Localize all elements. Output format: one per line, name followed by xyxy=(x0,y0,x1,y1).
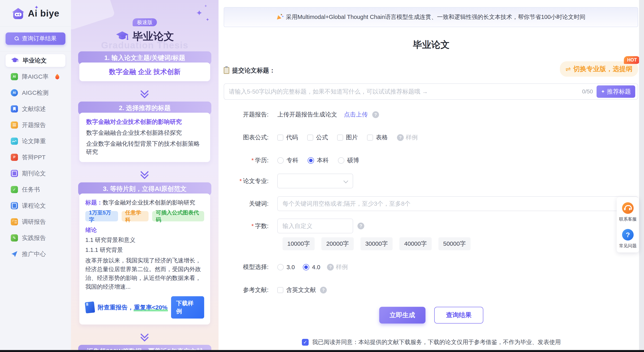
help-icon[interactable]: ? xyxy=(397,134,404,141)
help-icon[interactable]: ? xyxy=(320,287,327,294)
checkbox-icon xyxy=(277,287,283,293)
preset-50000[interactable]: 50000字 xyxy=(438,237,470,250)
aigc-detect-icon: AI xyxy=(11,89,18,96)
checkbox-icon xyxy=(277,135,283,141)
sparkle-icon: ✦ xyxy=(204,3,207,8)
help-icon[interactable]: ? xyxy=(358,223,364,229)
sidebar-item-reduce-aigc[interactable]: AI 降AIGC率 xyxy=(6,70,66,83)
query-order-results-button[interactable]: 查询订单结果 xyxy=(6,32,66,45)
radio-model-3[interactable]: 3.0 xyxy=(277,264,295,271)
word-count-input[interactable] xyxy=(277,219,353,233)
major-select[interactable] xyxy=(277,174,353,188)
sample-title-label: 标题： xyxy=(85,199,103,207)
tag-any-subject: 任意学科 xyxy=(122,211,149,221)
sidebar-item-promotion-center[interactable]: 推广中心 xyxy=(6,248,66,260)
switch-pro-version-button[interactable]: HOT ⇌ 切换专业版，选提纲 xyxy=(560,61,638,77)
open-report-label: 开题报告: xyxy=(224,111,268,119)
promo-title-block: 毕业论文 Graduation Thesis xyxy=(78,29,211,51)
clipboard-icon xyxy=(224,67,229,74)
step2-card: 数字金融对企业技术创新的影响研究 数字金融融合企业技术创新路径探究 企业数字金融… xyxy=(79,113,210,162)
divider xyxy=(0,26,71,26)
app-logo: Ai biye✦ xyxy=(0,7,71,19)
duplicate-report-note: 附查重报告，重复率<20% xyxy=(98,303,168,312)
contact-support-button[interactable]: 联系客服 xyxy=(619,202,636,222)
sidebar-item-survey-report[interactable]: 调研报告 xyxy=(6,215,66,228)
sidebar-item-aigc-detect[interactable]: AI AIGC检测 xyxy=(6,86,66,99)
page-title: 毕业论文 xyxy=(218,39,644,51)
radio-icon xyxy=(277,264,284,270)
sample-link[interactable]: 样例 xyxy=(336,263,348,271)
preset-10000[interactable]: 10000字 xyxy=(282,237,314,250)
sidebar-item-thesis-dedup[interactable]: 论文降重 xyxy=(6,135,66,148)
checkbox-table[interactable]: 表格 xyxy=(367,133,388,142)
swap-icon: ⇌ xyxy=(566,66,571,72)
recommended-title: 数字金融对企业技术创新的影响研究 xyxy=(86,118,203,126)
radio-icon xyxy=(338,157,344,164)
recommend-title-button[interactable]: ✦ 推荐标题 xyxy=(596,85,635,98)
generate-now-button[interactable]: 立即生成 xyxy=(379,307,426,324)
radio-selected-icon xyxy=(308,157,314,164)
sidebar-item-task-book[interactable]: 任务书 xyxy=(6,183,66,196)
trend-line-icon xyxy=(11,138,18,145)
preset-30000[interactable]: 30000字 xyxy=(360,237,392,250)
radio-bachelor[interactable]: 本科 xyxy=(308,156,329,165)
floating-help-panel: 联系客服 ? 常见问题 xyxy=(617,197,639,252)
radio-model-4[interactable]: 4.0 xyxy=(303,264,320,271)
sidebar-item-practice-report[interactable]: 实践报告 xyxy=(6,232,66,244)
query-results-button[interactable]: 查询结果 xyxy=(434,307,483,324)
agreement-checkbox[interactable]: ✓ xyxy=(302,339,309,346)
download-sample-button[interactable]: 下载样例 xyxy=(171,296,204,319)
char-counter: 0/50 xyxy=(582,88,593,95)
sidebar-item-graduation-thesis[interactable]: 毕业论文 xyxy=(6,54,66,67)
required-mark: * xyxy=(240,177,242,184)
sidebar-item-proposal-report[interactable]: 开题报告 xyxy=(6,119,66,131)
step1-example-keywords: 数字金融 企业 技术创新 xyxy=(109,67,181,76)
open-report-text: 上传开题报告生成论文 xyxy=(277,111,337,119)
sample-link[interactable]: 样例 xyxy=(406,133,418,142)
sidebar-item-journal-paper[interactable]: 期刊论文 xyxy=(6,167,66,180)
word-count-label: *字数: xyxy=(224,222,268,230)
sample-title: 数字金融对企业技术创新的影响研究 xyxy=(103,199,195,207)
submit-title-label: 提交论文标题： xyxy=(224,66,275,75)
help-icon[interactable]: ? xyxy=(327,264,334,271)
thesis-title-input[interactable] xyxy=(229,88,580,95)
sidebar-item-course-paper[interactable]: 课程论文 xyxy=(6,199,66,212)
checkbox-english-references[interactable]: 含英文文献 xyxy=(277,286,316,294)
preset-40000[interactable]: 40000字 xyxy=(399,237,432,250)
faq-button[interactable]: ? 常见问题 xyxy=(619,229,636,249)
help-icon[interactable]: ? xyxy=(372,111,379,118)
checkbox-image[interactable]: 图片 xyxy=(337,133,358,142)
sidebar-menu: 毕业论文 AI 降AIGC率 AI AIGC检测 文献综述 开题报告 论文降重 … xyxy=(0,54,71,260)
education-label: *学历: xyxy=(224,156,268,165)
pencil-report-icon xyxy=(11,234,18,241)
document-lines-icon xyxy=(11,121,18,129)
radio-associate[interactable]: 专科 xyxy=(277,156,298,165)
ppt-icon: P xyxy=(11,154,18,161)
party-popper-icon xyxy=(276,14,283,20)
sidebar-item-defense-ppt[interactable]: P 答辩PPT xyxy=(6,151,66,164)
scrollbar-track[interactable] xyxy=(639,0,644,352)
checkbox-icon xyxy=(337,135,343,141)
required-mark: * xyxy=(252,223,254,229)
tag-word-range: 1万至5万字 xyxy=(85,211,118,221)
speed-version-badge: 极速版 xyxy=(132,18,157,26)
step1-card: 数字金融 企业 技术创新 xyxy=(79,62,210,81)
checkbox-icon xyxy=(307,135,313,141)
keywords-input[interactable] xyxy=(277,196,638,211)
click-upload-link[interactable]: 点击上传 xyxy=(344,111,368,119)
sidebar: Ai biye✦ 查询订单结果 毕业论文 AI 降AIGC率 AI AIGC检测 xyxy=(0,0,71,352)
checkbox-code[interactable]: 代码 xyxy=(277,133,298,142)
reduce-aigc-icon: AI xyxy=(11,73,18,80)
paper-plane-icon xyxy=(11,250,18,258)
references-label: 参考文献: xyxy=(224,286,268,294)
sparkle-icon: ✦ xyxy=(206,17,209,22)
major-label: *论文专业: xyxy=(224,177,268,185)
agreement-text: 我已阅读并同意：本站提供的文献下载服务，下载的论文仅用于参考借鉴，不作为毕业、发… xyxy=(312,338,561,346)
radio-master-phd[interactable]: 硕博 xyxy=(338,156,359,165)
sidebar-item-literature-review[interactable]: 文献综述 xyxy=(6,103,66,115)
checkbox-formula[interactable]: 公式 xyxy=(307,133,328,142)
sample-excerpt: 改革开放以来，我国实现了经济的飞速增长，经济总量位居世界第二位。然而，受国内外政… xyxy=(85,256,204,291)
bookmark-icon xyxy=(11,105,18,113)
preset-20000[interactable]: 20000字 xyxy=(322,237,354,250)
divider xyxy=(0,51,71,51)
